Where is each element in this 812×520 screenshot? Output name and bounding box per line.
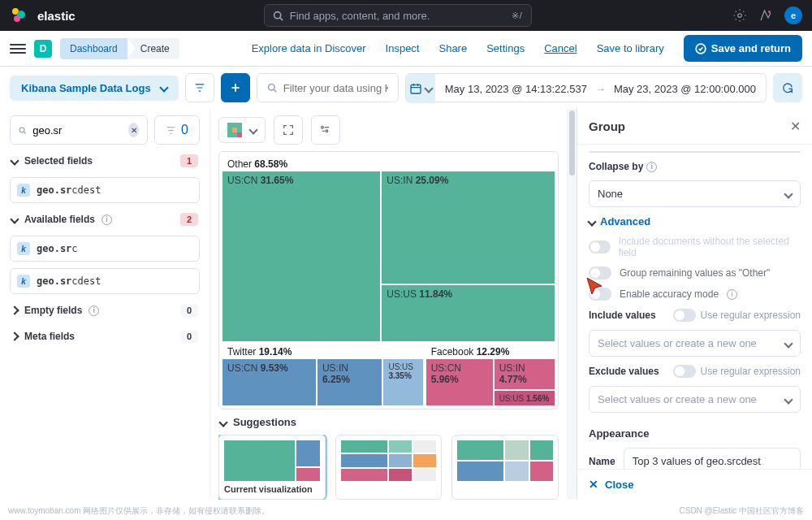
close-icon[interactable]: ✕ — [790, 119, 801, 134]
svg-point-6 — [768, 11, 771, 13]
viz-layout-button[interactable] — [274, 115, 303, 145]
field-search-input[interactable]: ✕ — [10, 115, 148, 145]
svg-point-13 — [322, 126, 324, 128]
treemap-group-label: Facebook 12.29% — [431, 346, 550, 358]
date-range-picker[interactable]: May 13, 2023 @ 14:13:22.537 → May 23, 20… — [435, 74, 766, 103]
meta-fields-header[interactable]: Meta fields 0 — [10, 327, 200, 346]
descending-button[interactable]: Descending — [695, 152, 801, 153]
include-values-select[interactable]: Select values or create a new one — [589, 330, 801, 357]
plus-icon — [230, 82, 241, 93]
news-icon[interactable] — [732, 8, 747, 23]
info-icon[interactable]: i — [727, 289, 737, 300]
hamburger-menu-icon[interactable] — [10, 44, 26, 54]
explore-in-discover-link[interactable]: Explore data in Discover — [252, 42, 366, 54]
user-avatar[interactable]: e — [784, 6, 802, 24]
fields-panel: ✕ 0 Selected fields 1 k geo.srcdest Avai… — [0, 109, 209, 499]
settings-link[interactable]: Settings — [486, 42, 525, 54]
search-icon — [19, 125, 26, 136]
suggestion-card[interactable] — [335, 435, 443, 500]
collapse-by-label: Collapse byi — [589, 161, 801, 172]
search-shortcut: ※/ — [512, 11, 523, 21]
fullscreen-icon — [282, 124, 295, 136]
chevron-down-icon — [10, 156, 19, 165]
selected-field-item[interactable]: k geo.srcdest — [10, 177, 200, 203]
chevron-down-icon — [587, 217, 596, 226]
calendar-trigger[interactable] — [406, 74, 435, 103]
toggle-group-other[interactable]: Group remaining values as "Other" — [589, 266, 801, 280]
treemap-icon — [227, 123, 242, 137]
share-link[interactable]: Share — [438, 42, 467, 54]
suggestion-card-current[interactable]: Current visualization — [218, 435, 326, 500]
breadcrumb-dashboard[interactable]: Dashboard — [60, 38, 127, 59]
chart-type-selector[interactable] — [218, 117, 266, 143]
svg-point-14 — [326, 130, 328, 132]
scrollbar[interactable] — [568, 109, 577, 499]
treemap-cell[interactable]: US:IN 4.77% — [495, 359, 555, 389]
elastic-logo-icon — [10, 6, 28, 24]
clear-search-icon[interactable]: ✕ — [128, 123, 139, 137]
treemap-cell[interactable]: US:IN 6.25% — [317, 359, 382, 405]
name-input[interactable]: Top 3 values of geo.srcdest — [624, 448, 801, 469]
info-icon[interactable]: i — [102, 214, 112, 225]
viz-settings-button[interactable] — [311, 115, 340, 145]
treemap-cell[interactable]: US:IN 25.09% — [382, 171, 555, 284]
setup-guide-icon[interactable] — [758, 8, 773, 23]
kql-input[interactable] — [257, 73, 399, 102]
refresh-button[interactable] — [773, 73, 802, 102]
available-fields-header[interactable]: Available fields i 2 — [10, 210, 200, 229]
cancel-link[interactable]: Cancel — [544, 42, 577, 54]
kql-input-field[interactable] — [283, 82, 388, 94]
chevron-right-icon — [10, 306, 19, 314]
name-label: Name — [589, 456, 615, 467]
space-avatar[interactable]: D — [34, 40, 52, 58]
ascending-button[interactable]: Ascending — [590, 152, 695, 153]
page-footer: www.toymoban.com 网络图片仅供展示，非存储，如有侵权请联系删除。… — [8, 505, 804, 517]
switch-icon[interactable] — [673, 365, 696, 378]
treemap-cell[interactable]: US:CN 5.96% — [426, 359, 493, 405]
chevron-down-icon — [248, 125, 257, 134]
chevron-down-icon — [784, 189, 793, 198]
suggestion-card[interactable] — [451, 435, 559, 500]
switch-icon[interactable] — [673, 309, 696, 322]
toggle-accuracy-mode[interactable]: Enable accuracy modei — [589, 288, 801, 301]
info-icon[interactable]: i — [646, 162, 657, 172]
search-placeholder: Find apps, content, and more. — [290, 10, 505, 22]
save-to-library-link[interactable]: Save to library — [597, 42, 664, 54]
svg-point-5 — [738, 14, 742, 18]
toggle-include-empty[interactable]: Include documents without the selected f… — [589, 236, 801, 258]
svg-point-11 — [19, 128, 24, 132]
available-field-item[interactable]: k geo.srcdest — [10, 268, 200, 294]
svg-line-9 — [274, 89, 276, 92]
sliders-icon — [319, 124, 332, 136]
available-field-item[interactable]: k geo.src — [10, 236, 200, 262]
info-icon[interactable]: i — [89, 306, 99, 316]
collapse-by-select[interactable]: None — [589, 180, 801, 207]
treemap-group-label: Other 68.58% — [227, 158, 550, 170]
field-filter-button[interactable]: 0 — [154, 115, 200, 145]
index-pattern-selector[interactable]: Kibana Sample Data Logs — [10, 76, 179, 101]
treemap-cell[interactable]: US:US 3.35% — [383, 359, 422, 405]
query-bar: Kibana Sample Data Logs May 13, 2023 @ 1… — [0, 67, 812, 109]
treemap-cell[interactable]: US:US 1.56% — [495, 391, 555, 405]
chevron-down-icon — [159, 83, 168, 92]
brand-text: elastic — [37, 9, 76, 23]
treemap-cell[interactable]: US:US 11.84% — [382, 285, 555, 341]
add-filter-button[interactable] — [221, 73, 250, 102]
close-button[interactable]: ✕Close — [589, 478, 801, 491]
arrow-right-icon: → — [595, 83, 606, 95]
exclude-values-select[interactable]: Select values or create a new one — [589, 386, 801, 413]
empty-fields-header[interactable]: Empty fields i 0 — [10, 301, 200, 320]
suggestions-header[interactable]: Suggestions — [218, 410, 559, 435]
field-search-value[interactable] — [32, 124, 119, 136]
save-and-return-button[interactable]: Save and return — [684, 35, 802, 62]
treemap-cell[interactable]: US:CN 9.53% — [222, 359, 316, 405]
global-search-input[interactable]: Find apps, content, and more. ※/ — [264, 4, 532, 27]
calendar-icon — [409, 82, 422, 95]
filter-button[interactable] — [185, 73, 214, 102]
treemap-cell[interactable]: US:CN 31.65% — [222, 171, 380, 341]
selected-fields-header[interactable]: Selected fields 1 — [10, 151, 200, 171]
treemap-chart: Other 68.58% US:CN 31.65% US:IN 25.09% U… — [218, 151, 559, 410]
advanced-toggle[interactable]: Advanced — [589, 215, 801, 228]
svg-line-12 — [24, 132, 25, 133]
inspect-link[interactable]: Inspect — [386, 42, 420, 54]
